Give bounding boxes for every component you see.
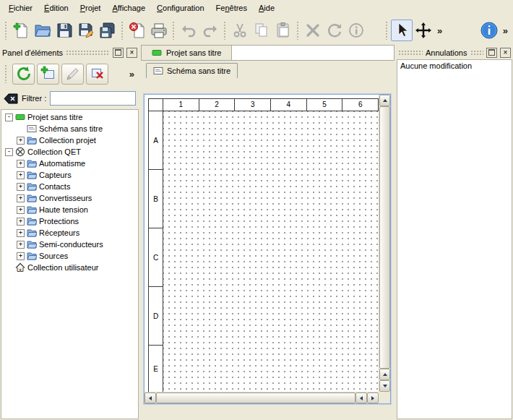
toolbar-handle[interactable] xyxy=(172,21,176,40)
schema-tab[interactable]: Schéma sans titre xyxy=(146,63,238,78)
tree-item-sources[interactable]: +Sources xyxy=(1,250,138,262)
rotate-button[interactable] xyxy=(324,20,345,41)
dock-close-button[interactable]: × xyxy=(500,48,511,58)
tree-item-collection-qet[interactable]: -Collection QET xyxy=(1,146,138,158)
folder-icon xyxy=(27,205,37,215)
toolbar-handle[interactable] xyxy=(121,21,124,40)
expander-icon[interactable]: + xyxy=(17,171,25,179)
main-area: Panel d'éléments × » Filtrer : -Projet s… xyxy=(0,45,513,420)
paste-button[interactable] xyxy=(272,20,294,41)
redo-icon xyxy=(202,22,219,39)
project-tab-label: Projet sans titre xyxy=(166,48,221,57)
tree-item-protections[interactable]: +Protections xyxy=(1,215,138,227)
select-mode-button[interactable] xyxy=(391,20,413,41)
toolbar-handle[interactable] xyxy=(4,21,8,40)
schema-canvas[interactable]: 1 2 3 4 5 6 A B C D xyxy=(145,95,379,392)
expander-icon[interactable]: + xyxy=(17,206,25,214)
undo-empty-message: Aucune modification xyxy=(400,61,509,70)
folder-icon xyxy=(27,251,37,261)
toolbar-handle[interactable] xyxy=(385,21,389,40)
clear-filter-icon[interactable] xyxy=(4,93,18,104)
schema-grid[interactable] xyxy=(163,111,379,392)
copy-button[interactable] xyxy=(251,20,272,41)
scroll-left-button[interactable] xyxy=(355,393,367,403)
scroll-down-button[interactable] xyxy=(379,380,390,392)
expander-icon[interactable]: + xyxy=(17,137,25,145)
expander-icon[interactable]: - xyxy=(5,148,13,156)
tree-item-schema-sans-titre[interactable]: Schéma sans titre xyxy=(1,123,138,134)
reload-collections-button[interactable] xyxy=(12,64,35,85)
dock-drag-handle[interactable] xyxy=(66,50,110,56)
save-as-button[interactable] xyxy=(75,20,97,41)
save-button[interactable] xyxy=(53,20,75,41)
tree-item-haute-tension[interactable]: +Haute tension xyxy=(1,204,138,215)
menu-projet[interactable]: Projet xyxy=(74,0,107,16)
tree-item-convertisseurs[interactable]: +Convertisseurs xyxy=(1,192,138,204)
print-button[interactable] xyxy=(148,20,170,41)
edit-info-button[interactable] xyxy=(345,20,367,41)
expander-icon[interactable]: + xyxy=(17,160,25,168)
close-document-button[interactable] xyxy=(126,20,148,41)
new-element-button[interactable] xyxy=(37,64,59,85)
toolbar-extension-chevron[interactable]: » xyxy=(500,25,511,36)
edit-element-button[interactable] xyxy=(61,64,84,85)
undo-button[interactable] xyxy=(178,20,199,41)
dock-drag-handle[interactable] xyxy=(470,50,484,56)
toolbar-extension-chevron[interactable]: » xyxy=(126,69,137,80)
tree-item-contacts[interactable]: +Contacts xyxy=(1,181,138,192)
scroll-up-button[interactable] xyxy=(379,95,390,106)
main-toolbar: » » xyxy=(0,16,513,45)
scroll-right-button[interactable] xyxy=(367,393,379,403)
vertical-scrollbar[interactable] xyxy=(379,95,390,392)
dock-drag-handle[interactable] xyxy=(398,50,423,56)
dock-close-button[interactable]: × xyxy=(126,48,137,58)
menu-aide[interactable]: Aide xyxy=(253,0,280,16)
open-project-button[interactable] xyxy=(32,20,53,41)
save-all-button[interactable] xyxy=(97,20,118,41)
tree-item-collection-utilisateur[interactable]: Collection utilisateur xyxy=(1,262,138,273)
expander-icon[interactable]: + xyxy=(17,229,25,237)
delete-button[interactable] xyxy=(302,20,324,41)
expander-icon[interactable]: + xyxy=(17,194,25,202)
tree-item-automatisme[interactable]: +Automatisme xyxy=(1,158,138,169)
vertical-scrollbar-thumb[interactable] xyxy=(379,106,390,369)
project-tab[interactable]: Projet sans titre xyxy=(142,46,232,60)
dock-float-button[interactable] xyxy=(113,48,124,58)
row-header: C xyxy=(149,228,163,287)
menu-fichier[interactable]: Fichier xyxy=(3,0,38,16)
delete-element-button[interactable] xyxy=(86,64,108,85)
filter-input[interactable] xyxy=(50,91,136,106)
cut-button[interactable] xyxy=(229,20,251,41)
redo-button[interactable] xyxy=(199,20,221,41)
menu-configuration[interactable]: Configuration xyxy=(151,0,210,16)
toolbar-handle[interactable] xyxy=(223,21,227,40)
menu-affichage[interactable]: Affichage xyxy=(106,0,151,16)
toolbar-handle[interactable] xyxy=(4,64,8,83)
informations-button[interactable] xyxy=(478,20,500,41)
expander-icon[interactable]: - xyxy=(5,113,13,121)
scroll-left-button[interactable] xyxy=(145,393,156,403)
tree-item-capteurs[interactable]: +Capteurs xyxy=(1,169,138,181)
menu-fenetres[interactable]: Fenêtres xyxy=(210,0,253,16)
undo-history-list[interactable]: Aucune modification xyxy=(397,59,512,419)
expander-icon[interactable]: + xyxy=(17,183,25,191)
info-disabled-icon xyxy=(348,22,365,39)
toolbar-extension-chevron[interactable]: » xyxy=(434,25,445,36)
new-document-button[interactable] xyxy=(10,20,32,41)
horizontal-scrollbar-thumb[interactable] xyxy=(156,393,355,403)
menu-edition[interactable]: Édition xyxy=(38,0,74,16)
expander-icon[interactable]: + xyxy=(17,252,25,260)
toolbar-handle[interactable] xyxy=(296,21,300,40)
move-mode-button[interactable] xyxy=(413,20,434,41)
tree-item-projet-sans-titre[interactable]: -Projet sans titre xyxy=(1,111,138,123)
tree-item-semi-conducteurs[interactable]: +Semi-conducteurs xyxy=(1,239,138,250)
dock-float-button[interactable] xyxy=(486,48,497,58)
tree-item-recepteurs[interactable]: +Récepteurs xyxy=(1,227,138,239)
row-headers: A B C D E xyxy=(149,111,163,392)
scroll-up-button[interactable] xyxy=(379,369,390,380)
tree-item-collection-projet[interactable]: +Collection projet xyxy=(1,134,138,146)
expander-icon[interactable]: + xyxy=(17,241,25,249)
horizontal-scrollbar[interactable] xyxy=(145,392,379,403)
schema-tab-label: Schéma sans titre xyxy=(167,67,230,75)
expander-icon[interactable]: + xyxy=(17,218,25,226)
